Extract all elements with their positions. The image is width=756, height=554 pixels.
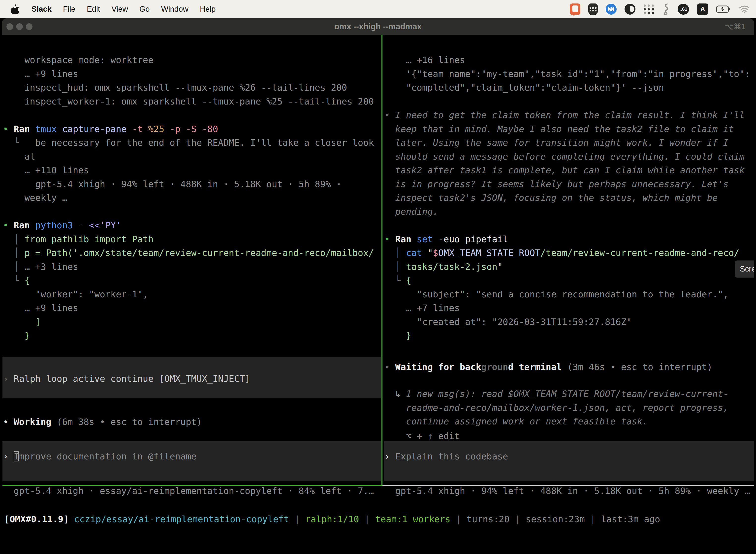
terminal-line: └ {	[384, 274, 754, 287]
text-segment: •	[3, 220, 14, 230]
text-segment: ›	[384, 451, 395, 461]
terminal-line: │ cat "$OMX_TEAM_STATE_ROOT/team/review-…	[384, 246, 754, 260]
dots-grid-icon[interactable]	[643, 4, 654, 15]
terminal-line: inspect task2's JSON, focusing on the st…	[384, 191, 754, 205]
text-segment: cczip/essay/ai-reimplementation-copyleft	[74, 514, 289, 524]
blue-badge-icon[interactable]	[606, 4, 617, 15]
text-segment: │	[384, 248, 406, 258]
text-segment: "	[497, 262, 503, 272]
text-segment: python3	[35, 220, 73, 230]
terminal-content: workspace_mode: worktree … +9 lines insp…	[2, 35, 754, 549]
text-segment: └	[384, 275, 406, 285]
text-segment: -	[78, 220, 83, 230]
left-session-status: gpt-5.4 xhigh · essay/ai-reimplementatio…	[3, 484, 374, 498]
menu-item[interactable]: Window	[155, 5, 194, 14]
text-segment: "	[427, 248, 433, 258]
omx-status-line: [OMX#0.11.9] cczip/essay/ai-reimplementa…	[4, 512, 660, 526]
text-segment: Waiting for back	[395, 362, 481, 372]
terminal-line: • I need to get the claim token from the…	[384, 108, 754, 122]
dark-crescent-icon[interactable]	[625, 4, 635, 15]
terminal-line: "worker": "worker-1",	[3, 287, 381, 301]
squiggle-icon[interactable]	[662, 3, 670, 15]
menu-item[interactable]: Help	[194, 5, 222, 14]
text-segment: Ralph loop active continue [OMX_TMUX_INJ…	[14, 374, 250, 384]
text-segment: (3m 46s • esc to interrupt)	[567, 362, 712, 372]
text-segment: turns:20	[466, 514, 509, 524]
menu-item[interactable]: Edit	[81, 5, 106, 14]
text-segment	[196, 124, 202, 134]
terminal-line: at	[3, 150, 381, 164]
text-segment: •	[3, 417, 14, 427]
left-pane-scrollback[interactable]: workspace_mode: worktree … +9 lines insp…	[3, 53, 381, 346]
right-prompt-input[interactable]: › Explain this codebase	[384, 449, 508, 463]
menu-item[interactable]: Slack	[26, 5, 57, 14]
terminal-line: ]	[3, 315, 381, 329]
screenshot-app-icon[interactable]	[570, 3, 580, 15]
screenshot-tooltip: Scre	[735, 260, 754, 278]
terminal-line: }	[384, 329, 754, 342]
text-segment	[57, 124, 62, 134]
text-segment: └	[3, 275, 24, 285]
window-titlebar[interactable]: omx --xhigh --madmax ⌥⌘1	[2, 18, 754, 35]
battery-icon[interactable]	[716, 5, 731, 13]
terminal-line: later. Using the same for transition mig…	[384, 136, 754, 150]
terminal-line: weekly …	[3, 191, 381, 205]
input-source-icon[interactable]: A	[697, 3, 708, 15]
text-segment: -80	[202, 124, 218, 134]
text-segment	[69, 514, 74, 524]
pane-divider[interactable]	[381, 35, 382, 486]
terminal-line: ↳ 1 new msg(s): read $OMX_TEAM_STATE_ROO…	[384, 387, 754, 401]
text-segment: weekly …	[3, 192, 67, 203]
terminal-line	[3, 108, 381, 122]
menu-item[interactable]: View	[106, 5, 134, 14]
text-segment: '{"team_name":"my-team","task_id":"1","f…	[384, 69, 750, 79]
terminal-line: │ … +3 lines	[3, 260, 381, 274]
text-segment: "worker": "worker-1",	[3, 289, 148, 299]
text-segment: -p	[170, 124, 180, 134]
new-message-note: ↳ 1 new msg(s): read $OMX_TEAM_STATE_ROO…	[384, 387, 754, 430]
text-segment: $	[433, 248, 438, 258]
text-segment: tasks/task-2.json	[406, 262, 497, 272]
wifi-icon[interactable]	[739, 5, 750, 13]
right-pane-scrollback[interactable]: … +16 lines '{"team_name":"my-team","tas…	[384, 53, 754, 346]
terminal-line: │ tasks/task-2.json"	[384, 260, 754, 274]
text-segment: cat	[406, 248, 428, 258]
text-segment	[73, 220, 78, 230]
menu-item[interactable]: Go	[134, 5, 155, 14]
text-segment	[433, 234, 438, 244]
terminal-line	[3, 205, 381, 219]
text-segment: }	[3, 330, 30, 340]
text-segment: {	[24, 275, 30, 285]
text-segment: set	[417, 234, 433, 244]
waiting-status: • Waiting for background terminal (3m 46…	[384, 360, 712, 374]
ralph-loop-status: › Ralph loop active continue [OMX_TMUX_I…	[3, 372, 250, 386]
text-segment: {	[406, 275, 412, 285]
terminal-line: continue assigned work or next feasible …	[384, 414, 754, 428]
text-segment	[180, 124, 186, 134]
terminal-line: │ p = Path('.omx/state/team/review-curre…	[3, 246, 381, 260]
count-badge-icon[interactable]: ..61	[678, 4, 689, 15]
text-segment: [OMX#0.11.9]	[4, 514, 69, 524]
text-segment: … +9 lines	[3, 303, 78, 313]
menu-item[interactable]: File	[57, 5, 81, 14]
text-segment: … +110 lines	[3, 165, 89, 175]
text-segment: │	[384, 262, 406, 272]
text-segment: -euo pipefail	[438, 234, 508, 244]
text-segment: OMX_TEAM_STATE_ROOT	[438, 248, 541, 258]
text-segment: be necessary for the end of the README. …	[35, 137, 374, 148]
text-segment: -t	[132, 124, 143, 134]
text-segment	[30, 124, 35, 134]
text-segment: |	[289, 514, 305, 524]
grid-shield-icon[interactable]	[588, 3, 598, 15]
terminal-line: └ be necessary for the end of the README…	[3, 136, 381, 150]
text-segment	[30, 220, 35, 230]
window-title: omx --xhigh --madmax	[2, 22, 754, 31]
left-prompt-input[interactable]: › Improve documentation in @filename	[3, 449, 196, 463]
window-shortcut-hint: ⌥⌘1	[725, 22, 746, 31]
text-segment: d terminal	[508, 362, 562, 372]
text-segment: … +16 lines	[384, 55, 465, 65]
terminal-line: inspect_worker-1: omx sparkshell --tmux-…	[3, 95, 381, 108]
text-segment: workspace_mode: worktree	[3, 55, 153, 65]
text-segment: │	[3, 248, 24, 258]
apple-menu-icon[interactable]	[10, 4, 20, 15]
